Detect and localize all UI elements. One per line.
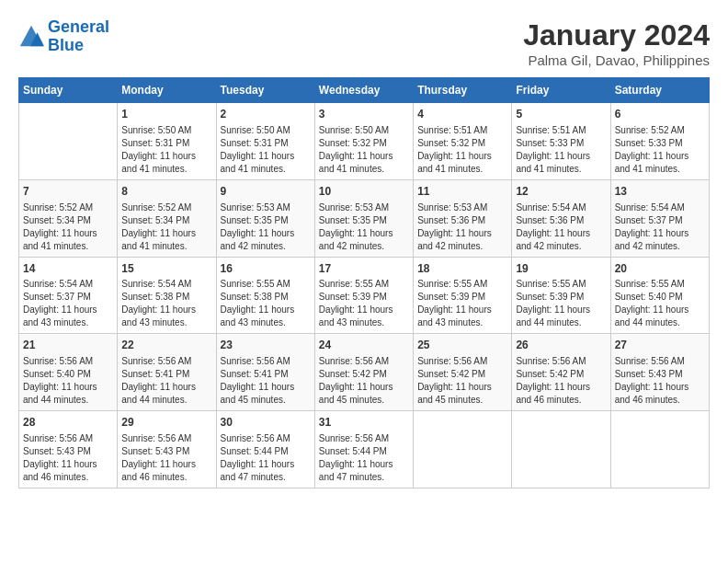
day-number: 21 xyxy=(23,338,113,353)
calendar-day-cell: 20Sunrise: 5:55 AMSunset: 5:40 PMDayligh… xyxy=(610,257,709,334)
day-number: 28 xyxy=(23,415,113,431)
day-info: Sunrise: 5:54 AMSunset: 5:37 PMDaylight:… xyxy=(615,201,705,253)
calendar-day-cell: 7Sunrise: 5:52 AMSunset: 5:34 PMDaylight… xyxy=(19,179,118,257)
calendar-day-cell: 11Sunrise: 5:53 AMSunset: 5:36 PMDayligh… xyxy=(414,179,512,257)
day-number: 5 xyxy=(516,107,606,122)
day-number: 19 xyxy=(516,261,606,277)
weekday-header: Wednesday xyxy=(314,78,413,103)
calendar-day-cell: 2Sunrise: 5:50 AMSunset: 5:31 PMDaylight… xyxy=(216,103,314,180)
day-info: Sunrise: 5:54 AMSunset: 5:37 PMDaylight:… xyxy=(23,278,113,329)
weekday-header-row: SundayMondayTuesdayWednesdayThursdayFrid… xyxy=(19,78,710,103)
day-number: 8 xyxy=(121,184,211,200)
day-info: Sunrise: 5:55 AMSunset: 5:39 PMDaylight:… xyxy=(319,278,409,329)
day-number: 2 xyxy=(221,107,311,122)
calendar-table: SundayMondayTuesdayWednesdayThursdayFrid… xyxy=(18,77,710,488)
day-number: 24 xyxy=(319,338,409,353)
calendar-day-cell: 26Sunrise: 5:56 AMSunset: 5:42 PMDayligh… xyxy=(512,334,610,411)
calendar-day-cell: 8Sunrise: 5:52 AMSunset: 5:34 PMDaylight… xyxy=(118,179,216,257)
calendar-day-cell: 13Sunrise: 5:54 AMSunset: 5:37 PMDayligh… xyxy=(610,179,709,257)
calendar-day-cell: 3Sunrise: 5:50 AMSunset: 5:32 PMDaylight… xyxy=(314,103,413,180)
calendar-day-cell: 22Sunrise: 5:56 AMSunset: 5:41 PMDayligh… xyxy=(118,334,216,411)
weekday-header: Sunday xyxy=(19,78,118,103)
main-title: January 2024 xyxy=(523,18,710,52)
day-number: 1 xyxy=(121,107,211,122)
page-header: General Blue January 2024 Palma Gil, Dav… xyxy=(18,18,710,68)
day-info: Sunrise: 5:53 AMSunset: 5:35 PMDaylight:… xyxy=(319,201,409,253)
day-number: 14 xyxy=(23,261,113,277)
day-info: Sunrise: 5:50 AMSunset: 5:32 PMDaylight:… xyxy=(319,124,409,176)
day-info: Sunrise: 5:56 AMSunset: 5:41 PMDaylight:… xyxy=(221,355,311,407)
day-info: Sunrise: 5:56 AMSunset: 5:42 PMDaylight:… xyxy=(319,355,409,407)
day-number: 3 xyxy=(319,107,409,122)
day-number: 16 xyxy=(221,261,311,277)
calendar-day-cell: 31Sunrise: 5:56 AMSunset: 5:44 PMDayligh… xyxy=(314,411,413,488)
title-block: January 2024 Palma Gil, Davao, Philippin… xyxy=(523,18,710,68)
day-info: Sunrise: 5:56 AMSunset: 5:43 PMDaylight:… xyxy=(23,432,113,484)
day-number: 10 xyxy=(319,184,409,200)
day-info: Sunrise: 5:56 AMSunset: 5:44 PMDaylight:… xyxy=(319,432,409,484)
calendar-day-cell: 16Sunrise: 5:55 AMSunset: 5:38 PMDayligh… xyxy=(216,257,314,334)
calendar-day-cell: 23Sunrise: 5:56 AMSunset: 5:41 PMDayligh… xyxy=(216,334,314,411)
logo: General Blue xyxy=(18,18,109,55)
day-number: 9 xyxy=(221,184,311,200)
day-number: 22 xyxy=(121,338,211,353)
calendar-week-row: 28Sunrise: 5:56 AMSunset: 5:43 PMDayligh… xyxy=(19,411,710,488)
logo-icon xyxy=(18,24,44,50)
calendar-week-row: 1Sunrise: 5:50 AMSunset: 5:31 PMDaylight… xyxy=(19,103,710,180)
day-number: 15 xyxy=(121,261,211,277)
day-number: 27 xyxy=(615,338,705,353)
logo-text: General Blue xyxy=(48,18,109,55)
day-info: Sunrise: 5:56 AMSunset: 5:43 PMDaylight:… xyxy=(615,355,705,407)
day-info: Sunrise: 5:52 AMSunset: 5:33 PMDaylight:… xyxy=(615,124,705,176)
calendar-day-cell: 19Sunrise: 5:55 AMSunset: 5:39 PMDayligh… xyxy=(512,257,610,334)
day-info: Sunrise: 5:56 AMSunset: 5:40 PMDaylight:… xyxy=(23,355,113,407)
calendar-day-cell: 4Sunrise: 5:51 AMSunset: 5:32 PMDaylight… xyxy=(414,103,512,180)
day-number: 6 xyxy=(615,107,705,122)
day-info: Sunrise: 5:52 AMSunset: 5:34 PMDaylight:… xyxy=(121,201,211,253)
day-info: Sunrise: 5:53 AMSunset: 5:35 PMDaylight:… xyxy=(221,201,311,253)
calendar-day-cell: 17Sunrise: 5:55 AMSunset: 5:39 PMDayligh… xyxy=(314,257,413,334)
day-number: 11 xyxy=(417,184,507,200)
weekday-header: Monday xyxy=(118,78,216,103)
subtitle: Palma Gil, Davao, Philippines xyxy=(523,52,710,68)
calendar-day-cell: 12Sunrise: 5:54 AMSunset: 5:36 PMDayligh… xyxy=(512,179,610,257)
weekday-header: Tuesday xyxy=(216,78,314,103)
day-info: Sunrise: 5:56 AMSunset: 5:42 PMDaylight:… xyxy=(516,355,606,407)
calendar-day-cell: 18Sunrise: 5:55 AMSunset: 5:39 PMDayligh… xyxy=(414,257,512,334)
day-number: 20 xyxy=(615,261,705,277)
day-info: Sunrise: 5:55 AMSunset: 5:38 PMDaylight:… xyxy=(221,278,311,329)
calendar-day-cell: 5Sunrise: 5:51 AMSunset: 5:33 PMDaylight… xyxy=(512,103,610,180)
day-number: 25 xyxy=(417,338,507,353)
calendar-day-cell xyxy=(512,411,610,488)
day-info: Sunrise: 5:50 AMSunset: 5:31 PMDaylight:… xyxy=(221,124,311,176)
day-number: 31 xyxy=(319,415,409,431)
calendar-day-cell: 21Sunrise: 5:56 AMSunset: 5:40 PMDayligh… xyxy=(19,334,118,411)
day-info: Sunrise: 5:55 AMSunset: 5:39 PMDaylight:… xyxy=(516,278,606,329)
weekday-header: Friday xyxy=(512,78,610,103)
day-info: Sunrise: 5:56 AMSunset: 5:41 PMDaylight:… xyxy=(121,355,211,407)
day-info: Sunrise: 5:50 AMSunset: 5:31 PMDaylight:… xyxy=(121,124,211,176)
day-number: 7 xyxy=(23,184,113,200)
day-number: 29 xyxy=(121,415,211,431)
day-number: 23 xyxy=(221,338,311,353)
day-info: Sunrise: 5:54 AMSunset: 5:38 PMDaylight:… xyxy=(121,278,211,329)
day-number: 12 xyxy=(516,184,606,200)
calendar-day-cell xyxy=(19,103,118,180)
day-info: Sunrise: 5:56 AMSunset: 5:44 PMDaylight:… xyxy=(221,432,311,484)
calendar-day-cell: 25Sunrise: 5:56 AMSunset: 5:42 PMDayligh… xyxy=(414,334,512,411)
day-info: Sunrise: 5:53 AMSunset: 5:36 PMDaylight:… xyxy=(417,201,507,253)
calendar-day-cell: 29Sunrise: 5:56 AMSunset: 5:43 PMDayligh… xyxy=(118,411,216,488)
day-info: Sunrise: 5:56 AMSunset: 5:43 PMDaylight:… xyxy=(121,432,211,484)
day-info: Sunrise: 5:52 AMSunset: 5:34 PMDaylight:… xyxy=(23,201,113,253)
day-info: Sunrise: 5:51 AMSunset: 5:32 PMDaylight:… xyxy=(417,124,507,176)
day-number: 30 xyxy=(221,415,311,431)
calendar-day-cell xyxy=(414,411,512,488)
day-number: 4 xyxy=(417,107,507,122)
calendar-day-cell: 24Sunrise: 5:56 AMSunset: 5:42 PMDayligh… xyxy=(314,334,413,411)
calendar-day-cell: 14Sunrise: 5:54 AMSunset: 5:37 PMDayligh… xyxy=(19,257,118,334)
day-info: Sunrise: 5:56 AMSunset: 5:42 PMDaylight:… xyxy=(417,355,507,407)
weekday-header: Saturday xyxy=(610,78,709,103)
calendar-day-cell: 30Sunrise: 5:56 AMSunset: 5:44 PMDayligh… xyxy=(216,411,314,488)
day-info: Sunrise: 5:51 AMSunset: 5:33 PMDaylight:… xyxy=(516,124,606,176)
day-number: 26 xyxy=(516,338,606,353)
